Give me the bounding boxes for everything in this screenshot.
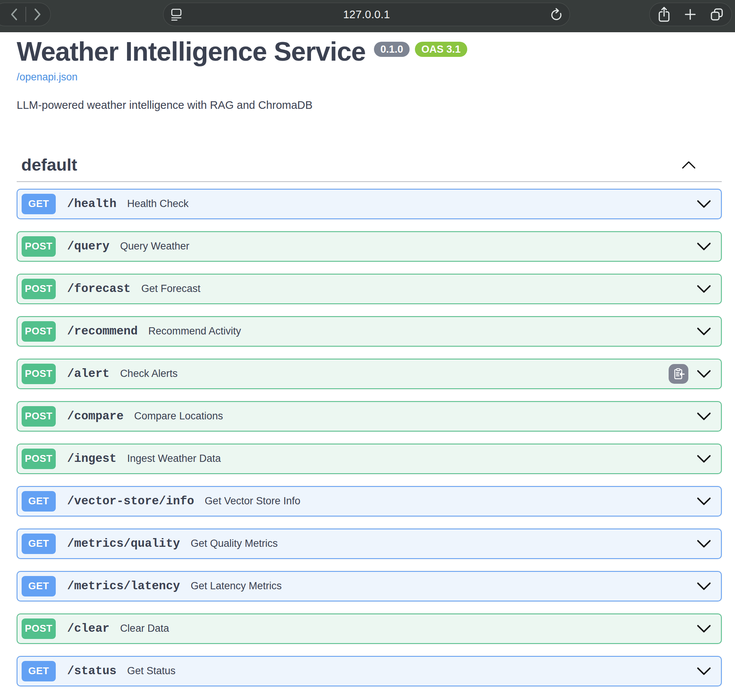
method-badge: GET: [22, 576, 56, 596]
back-button[interactable]: [3, 3, 25, 26]
method-badge: GET: [22, 491, 56, 512]
endpoint-row[interactable]: POST /query Query Weather: [17, 231, 722, 262]
endpoint-path: /forecast: [67, 282, 130, 295]
endpoint-row[interactable]: POST /recommend Recommend Activity: [17, 316, 722, 347]
endpoint-row[interactable]: POST /clear Clear Data: [17, 614, 722, 644]
endpoint-path: /alert: [67, 367, 110, 380]
method-badge: POST: [22, 321, 56, 342]
new-tab-button[interactable]: [683, 3, 697, 26]
endpoint-row[interactable]: GET /status Get Status: [17, 656, 722, 686]
endpoint-summary: Clear Data: [120, 623, 169, 634]
url-text[interactable]: 127.0.0.1: [163, 8, 570, 21]
endpoint-row[interactable]: POST /compare Compare Locations: [17, 401, 722, 432]
clipboard-paste-icon: [672, 367, 685, 380]
endpoint-row[interactable]: POST /forecast Get Forecast: [17, 274, 722, 304]
method-badge: POST: [22, 364, 56, 384]
chevron-down-icon[interactable]: [697, 667, 711, 676]
chevron-down-icon[interactable]: [697, 242, 711, 251]
endpoint-path: /metrics/quality: [67, 537, 180, 550]
endpoint-summary: Recommend Activity: [148, 325, 241, 337]
nav-button-group: [0, 3, 51, 26]
chevron-down-icon[interactable]: [697, 454, 711, 463]
method-badge: POST: [22, 279, 56, 299]
endpoint-path: /health: [67, 197, 116, 210]
endpoint-summary: Get Latency Metrics: [191, 580, 282, 592]
endpoint-path: /recommend: [67, 325, 138, 338]
method-badge: POST: [22, 236, 56, 257]
method-badge: GET: [22, 194, 56, 214]
chevron-down-icon[interactable]: [697, 327, 711, 336]
paste-button[interactable]: [669, 364, 688, 384]
endpoint-path: /vector-store/info: [67, 494, 194, 508]
tabs-icon: [709, 7, 725, 22]
browser-toolbar: 127.0.0.1: [0, 0, 735, 32]
method-badge: GET: [22, 661, 56, 681]
chevron-down-icon[interactable]: [697, 412, 711, 421]
endpoint-path: /query: [67, 240, 110, 253]
endpoint-row[interactable]: POST /alert Check Alerts: [17, 359, 722, 389]
tag-section-header[interactable]: default: [17, 151, 722, 182]
endpoint-summary: Get Quality Metrics: [191, 538, 278, 549]
endpoint-row[interactable]: GET /vector-store/info Get Vector Store …: [17, 486, 722, 516]
tag-section: default GET /health Health Check POST /q…: [17, 151, 722, 686]
tabs-button[interactable]: [709, 3, 725, 26]
reload-button[interactable]: [549, 3, 564, 26]
forward-button[interactable]: [26, 3, 48, 26]
endpoint-summary: Ingest Weather Data: [127, 453, 221, 465]
endpoint-row[interactable]: GET /metrics/latency Get Latency Metrics: [17, 571, 722, 601]
endpoint-summary: Get Status: [127, 665, 176, 677]
chevron-down-icon[interactable]: [697, 582, 711, 591]
endpoint-path: /ingest: [67, 452, 116, 465]
endpoint-row[interactable]: POST /ingest Ingest Weather Data: [17, 444, 722, 474]
endpoint-summary: Get Vector Store Info: [205, 495, 300, 507]
method-badge: POST: [22, 406, 56, 427]
chevron-left-icon: [9, 8, 20, 21]
endpoint-path: /metrics/latency: [67, 579, 180, 593]
tag-name: default: [21, 155, 77, 175]
api-title-text: Weather Intelligence Service: [17, 38, 366, 66]
method-badge: POST: [22, 449, 56, 469]
chevron-down-icon[interactable]: [697, 199, 711, 209]
method-badge: GET: [22, 534, 56, 554]
endpoint-summary: Compare Locations: [134, 410, 223, 422]
endpoint-list: GET /health Health Check POST /query Que…: [17, 189, 722, 686]
openapi-spec-link[interactable]: /openapi.json: [17, 71, 78, 83]
chevron-down-icon[interactable]: [697, 497, 711, 506]
endpoint-path: /status: [67, 664, 116, 678]
address-bar[interactable]: 127.0.0.1: [163, 3, 570, 26]
oas-badge: OAS 3.1: [415, 42, 467, 57]
endpoint-summary: Health Check: [127, 198, 188, 210]
swagger-page: Weather Intelligence Service 0.1.0 OAS 3…: [0, 32, 735, 686]
endpoint-path: /compare: [67, 410, 124, 423]
chevron-down-icon[interactable]: [697, 539, 711, 548]
toolbar-right-group: [649, 3, 732, 26]
endpoint-summary: Query Weather: [120, 240, 190, 252]
endpoint-summary: Check Alerts: [120, 368, 178, 380]
reload-icon: [549, 7, 564, 22]
endpoint-row[interactable]: GET /metrics/quality Get Quality Metrics: [17, 529, 722, 559]
chevron-up-icon[interactable]: [682, 160, 696, 170]
share-button[interactable]: [656, 3, 672, 26]
share-icon: [656, 6, 672, 23]
chevron-right-icon: [32, 8, 42, 21]
chevron-down-icon[interactable]: [697, 284, 711, 293]
method-badge: POST: [22, 618, 56, 639]
plus-icon: [683, 7, 697, 22]
endpoint-path: /clear: [67, 622, 110, 635]
chevron-down-icon[interactable]: [697, 624, 711, 633]
page-title: Weather Intelligence Service 0.1.0 OAS 3…: [17, 38, 722, 66]
endpoint-summary: Get Forecast: [141, 283, 200, 295]
version-badge: 0.1.0: [374, 42, 410, 57]
chevron-down-icon[interactable]: [697, 369, 711, 378]
endpoint-row[interactable]: GET /health Health Check: [17, 189, 722, 219]
api-description: LLM-powered weather intelligence with RA…: [17, 99, 722, 111]
